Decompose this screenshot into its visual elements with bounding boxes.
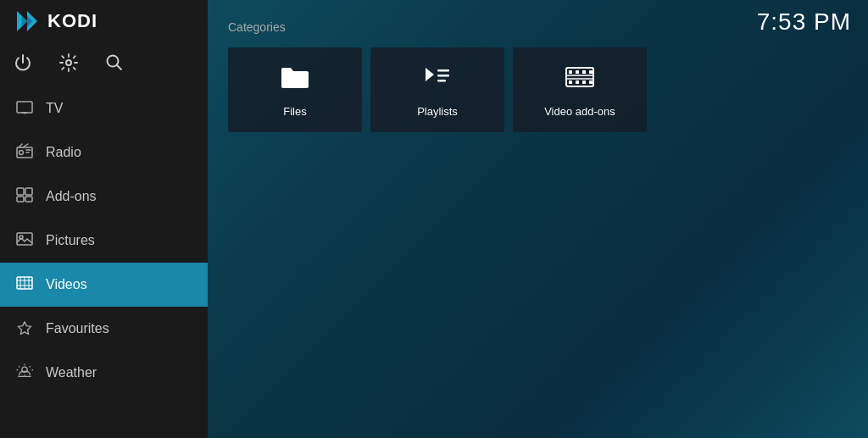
tile-playlists[interactable]: Playlists	[370, 47, 504, 132]
svg-rect-12	[25, 197, 32, 202]
playlist-icon	[422, 62, 453, 98]
pictures-icon	[15, 231, 34, 250]
svg-rect-34	[589, 80, 593, 84]
sidebar-item-addons[interactable]: Add-ons	[0, 175, 208, 219]
svg-rect-27	[569, 70, 572, 74]
tile-files-label: Files	[283, 105, 306, 118]
svg-rect-28	[576, 70, 579, 74]
top-icons-bar	[0, 42, 208, 86]
svg-rect-29	[582, 70, 586, 74]
sidebar-item-pictures[interactable]: Pictures	[0, 219, 208, 263]
sidebar-item-videos[interactable]: Videos	[0, 263, 208, 307]
svg-rect-32	[576, 80, 579, 84]
svg-rect-24	[437, 75, 449, 77]
categories-label: Categories	[228, 20, 848, 34]
search-icon[interactable]	[105, 53, 124, 76]
sidebar-label-addons: Add-ons	[46, 189, 97, 204]
svg-rect-6	[17, 102, 32, 113]
radio-icon	[15, 143, 34, 162]
power-icon[interactable]	[14, 53, 32, 76]
sidebar-label-radio: Radio	[46, 145, 81, 160]
sidebar-label-tv: TV	[46, 101, 63, 116]
sidebar-item-tv[interactable]: TV	[0, 86, 208, 130]
tile-playlists-label: Playlists	[417, 105, 458, 118]
svg-rect-9	[17, 188, 24, 195]
categories-grid: Files Playlists	[228, 47, 848, 132]
sidebar-item-radio[interactable]: Radio	[0, 130, 208, 175]
svg-rect-13	[17, 233, 32, 245]
weather-icon	[15, 363, 34, 382]
svg-rect-10	[25, 188, 32, 195]
svg-point-8	[19, 151, 24, 155]
sidebar-item-weather[interactable]: Weather	[0, 351, 208, 395]
sidebar-label-favourites: Favourites	[46, 321, 109, 336]
sidebar-label-pictures: Pictures	[46, 233, 95, 248]
nav-menu: TV Radio	[0, 86, 208, 438]
svg-rect-23	[437, 69, 449, 72]
favourites-icon	[15, 319, 34, 338]
videos-icon	[15, 275, 34, 294]
tv-icon	[15, 99, 34, 118]
kodi-logo: KODI	[14, 8, 97, 35]
svg-rect-31	[569, 80, 572, 84]
kodi-icon	[14, 8, 41, 35]
svg-point-4	[66, 60, 71, 65]
tile-video-addons[interactable]: Video add-ons	[513, 47, 647, 132]
sidebar-item-favourites[interactable]: Favourites	[0, 307, 208, 351]
settings-icon[interactable]	[59, 53, 78, 76]
sidebar-label-videos: Videos	[46, 277, 87, 292]
app-title: KODI	[47, 10, 97, 32]
folder-icon	[280, 62, 310, 98]
tile-video-addons-label: Video add-ons	[544, 105, 615, 118]
svg-rect-33	[582, 80, 586, 84]
sidebar: KODI	[0, 0, 208, 438]
addons-icon	[15, 187, 34, 206]
film-icon	[565, 62, 595, 98]
sidebar-label-weather: Weather	[46, 365, 97, 380]
tile-files[interactable]: Files	[228, 47, 362, 132]
svg-rect-11	[17, 197, 24, 202]
app-header: KODI	[0, 0, 208, 42]
svg-rect-30	[589, 70, 593, 74]
main-content: 7:53 PM Categories Files	[208, 0, 868, 438]
time-display: 7:53 PM	[757, 8, 851, 36]
svg-rect-25	[437, 80, 446, 82]
svg-marker-22	[426, 68, 434, 81]
svg-marker-2	[22, 16, 27, 27]
